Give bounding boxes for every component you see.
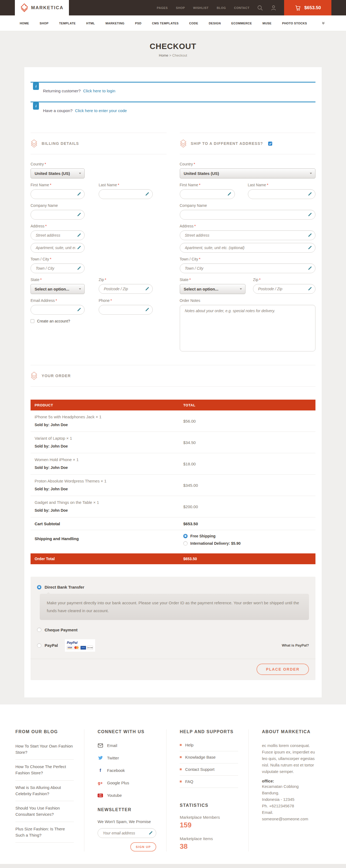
- logo[interactable]: MARKETICA: [15, 0, 69, 16]
- what-is-paypal-link[interactable]: What is PayPal?: [282, 643, 309, 647]
- subnav-code[interactable]: CODE: [189, 22, 198, 25]
- breadcrumb-home[interactable]: Home: [159, 53, 168, 57]
- email-icon: [98, 743, 103, 748]
- address-line: Email. someone@someone.com: [262, 809, 315, 822]
- shipping-handling-row: Shipping and Handling Free Shipping Inte…: [31, 530, 315, 553]
- international-delivery-option[interactable]: International Delivery: $5.90: [183, 541, 241, 546]
- billing-email-input[interactable]: [31, 305, 84, 315]
- subnav-photo-stocks[interactable]: PHOTO STOCKS: [282, 22, 307, 25]
- search-icon[interactable]: [257, 5, 263, 11]
- billing-phone-input[interactable]: [99, 305, 153, 315]
- shipping-street-input[interactable]: [180, 230, 316, 240]
- blog-heading: FROM OUR BLOG: [15, 730, 74, 734]
- radio-icon[interactable]: [183, 541, 187, 546]
- coupon-link[interactable]: Click here to enter your code: [75, 108, 127, 113]
- cart-button[interactable]: $653.50: [284, 0, 332, 16]
- bank-transfer-option[interactable]: Direct Bank Transfer: [37, 585, 309, 589]
- order-total-row: Order Total $653.50: [31, 553, 315, 564]
- order-table-header: PRODUCT TOTAL: [31, 400, 315, 410]
- field-label: Company Name: [31, 203, 84, 208]
- social-link-email[interactable]: Email: [98, 743, 156, 748]
- page-body: CHECKOUT Home > Checkout i Returning cus…: [0, 31, 346, 705]
- social-link-twitter[interactable]: Twitter: [98, 755, 156, 761]
- order-total-value: $653.50: [183, 557, 197, 561]
- divider: [31, 154, 167, 154]
- create-account-checkbox[interactable]: [31, 319, 34, 323]
- subnav-shop[interactable]: SHOP: [40, 22, 49, 25]
- top-nav-contact[interactable]: CONTACT: [234, 6, 249, 9]
- shipping-town-input[interactable]: [180, 264, 316, 273]
- radio-icon[interactable]: [37, 643, 41, 648]
- blog-link[interactable]: How To Choose The Perfect Fashion Store?: [15, 760, 74, 780]
- help-link[interactable]: Contact Support: [180, 764, 238, 776]
- top-nav-wishlist[interactable]: WISHLIST: [193, 6, 208, 9]
- payment-methods-box: Direct Bank Transfer Make your payment d…: [31, 577, 315, 680]
- top-nav-shop[interactable]: SHOP: [176, 6, 185, 9]
- blog-link[interactable]: Should You Use Fashion Consultant Servic…: [15, 801, 74, 822]
- field-label: Address*: [31, 224, 84, 228]
- subnav-muse[interactable]: MUSE: [263, 22, 271, 25]
- bullet-icon: [180, 756, 182, 758]
- place-order-button[interactable]: PLACE ORDER: [256, 663, 309, 675]
- subnav-html[interactable]: HTML: [86, 22, 95, 25]
- billing-company-input[interactable]: [31, 210, 84, 220]
- cart-total: $653.50: [304, 5, 321, 10]
- newsletter-email-input[interactable]: [98, 828, 156, 838]
- shipping-country-select[interactable]: United States (US): [180, 168, 316, 179]
- radio-selected-icon[interactable]: [37, 585, 41, 589]
- shipping-state-select[interactable]: Select an option...: [180, 284, 245, 294]
- billing-last-name-input[interactable]: [99, 189, 153, 199]
- cheque-payment-option[interactable]: Cheque Payment: [37, 627, 309, 632]
- billing-street-input[interactable]: [31, 230, 84, 240]
- amex-logo: [80, 646, 86, 650]
- subnav-ecommerce[interactable]: ECOMMERCE: [231, 22, 252, 25]
- sign-up-button[interactable]: SIGN UP: [130, 842, 156, 851]
- social-link-youtube[interactable]: You Tube Youtube: [98, 793, 156, 798]
- product-total: $18.00: [183, 457, 196, 470]
- subnav-template[interactable]: TEMPLATE: [59, 22, 76, 25]
- ship-different-checkbox[interactable]: [268, 142, 272, 146]
- help-link[interactable]: Knowladge Base: [180, 751, 238, 764]
- bullet-icon: [180, 780, 182, 782]
- subnav-marketing[interactable]: MARKETING: [105, 22, 124, 25]
- free-shipping-option[interactable]: Free Shipping: [183, 534, 241, 538]
- billing-zip-input[interactable]: [99, 284, 153, 294]
- blog-link[interactable]: Plus Size Fashion: Is There Such a Thing…: [15, 822, 74, 843]
- youtube-icon: You Tube: [98, 793, 103, 798]
- subnav-home[interactable]: HOME: [20, 22, 29, 25]
- top-nav-blog[interactable]: BLOG: [217, 6, 226, 9]
- order-notes-textarea[interactable]: [180, 305, 316, 351]
- help-link[interactable]: FAQ: [180, 776, 238, 788]
- billing-apartment-input[interactable]: [31, 243, 84, 253]
- subnav-psd[interactable]: PSD: [135, 22, 141, 25]
- blog-link[interactable]: How To Start Your Own Fashion Store?: [15, 739, 74, 760]
- shipping-apartment-input[interactable]: [180, 243, 316, 253]
- login-link[interactable]: Click here to login: [83, 89, 115, 93]
- radio-icon[interactable]: [37, 627, 41, 632]
- billing-town-input[interactable]: [31, 264, 84, 273]
- breadcrumb-separator: >: [169, 53, 171, 57]
- chevron-down-icon[interactable]: [322, 21, 325, 25]
- stat-value: 38: [180, 842, 238, 851]
- user-icon[interactable]: [271, 5, 277, 11]
- layers-icon: [31, 372, 38, 380]
- bullet-icon: [180, 744, 182, 746]
- shipping-zip-input[interactable]: [253, 284, 315, 294]
- subnav-cms-templates[interactable]: CMS TEMPLATES: [152, 22, 179, 25]
- blog-link[interactable]: What is So Alluring About Celebrity Fash…: [15, 780, 74, 801]
- billing-country-select[interactable]: United States (US): [31, 168, 84, 179]
- shipping-company-input[interactable]: [180, 210, 316, 220]
- billing-state-select[interactable]: Select an option...: [31, 284, 84, 294]
- social-link-facebook[interactable]: f Facebook: [98, 768, 156, 773]
- top-nav-pages[interactable]: PAGES: [157, 6, 168, 9]
- shipping-last-name-input[interactable]: [248, 189, 316, 199]
- billing-first-name-input[interactable]: [31, 189, 84, 199]
- paypal-option[interactable]: PayPal PayPal VISA DISCOVER What is PayP…: [37, 639, 309, 652]
- field-label: Address*: [180, 224, 316, 228]
- subnav-design[interactable]: DESIGN: [209, 22, 221, 25]
- radio-selected-icon[interactable]: [183, 534, 187, 538]
- office-label: office:: [262, 779, 315, 783]
- shipping-first-name-input[interactable]: [180, 189, 235, 199]
- social-link-google-plus[interactable]: g+ Google Plus: [98, 780, 156, 786]
- help-link[interactable]: Help: [180, 739, 238, 751]
